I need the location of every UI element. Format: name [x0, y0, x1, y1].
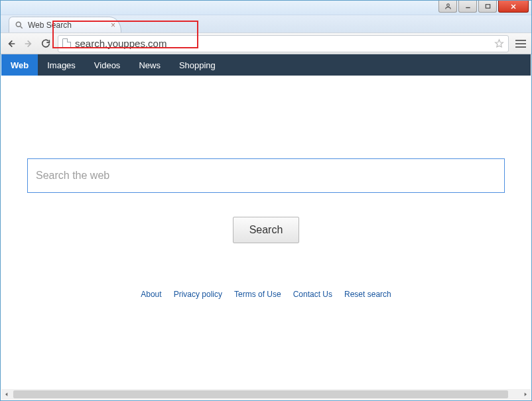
svg-point-0 [446, 4, 449, 7]
page-nav-item-news[interactable]: News [129, 54, 170, 76]
window-user-button[interactable] [438, 1, 457, 13]
star-icon [494, 38, 504, 48]
svg-rect-2 [486, 5, 490, 9]
page-nav-item-web[interactable]: Web [1, 54, 38, 76]
search-button[interactable]: Search [233, 217, 300, 243]
footer-link-terms-of-use[interactable]: Terms of Use [234, 290, 281, 299]
browser-toolbar: search.youppes.com [1, 32, 531, 54]
page-nav-item-shopping[interactable]: Shopping [170, 54, 225, 76]
chevron-right-icon [523, 392, 528, 397]
arrow-left-icon [6, 38, 17, 50]
footer-link-privacy-policy[interactable]: Privacy policy [174, 290, 222, 299]
tab-close-button[interactable]: × [111, 21, 115, 30]
close-icon [509, 3, 517, 11]
page-viewport: WebImagesVideosNewsShopping Search About… [1, 54, 531, 389]
scrollbar-thumb[interactable] [13, 390, 508, 398]
address-bar[interactable]: search.youppes.com [58, 35, 509, 52]
window-minimize-button[interactable] [458, 1, 477, 13]
hamburger-icon [515, 40, 526, 41]
footer-link-contact-us[interactable]: Contact Us [293, 290, 332, 299]
page-icon [62, 38, 71, 48]
window-titlebar [1, 1, 531, 15]
back-button[interactable] [6, 38, 17, 49]
chevron-left-icon [4, 392, 9, 397]
maximize-icon [484, 3, 492, 10]
user-icon [444, 3, 452, 10]
address-bar-url: search.youppes.com [75, 38, 490, 49]
arrow-right-icon [23, 38, 34, 50]
browser-menu-button[interactable] [515, 40, 526, 48]
page-nav-item-videos[interactable]: Videos [85, 54, 130, 76]
scroll-left-button[interactable] [1, 389, 12, 400]
browser-tab[interactable]: Web Search × [9, 17, 121, 32]
browser-tabstrip: Web Search × [1, 15, 531, 32]
magnifier-icon [15, 21, 24, 30]
footer-links: AboutPrivacy policyTerms of UseContact U… [7, 290, 525, 299]
svg-point-3 [16, 22, 21, 27]
footer-link-about[interactable]: About [141, 290, 161, 299]
minimize-icon [464, 3, 472, 10]
search-input[interactable] [27, 158, 505, 193]
page-nav: WebImagesVideosNewsShopping [1, 54, 531, 76]
browser-tab-title: Web Search [28, 21, 107, 30]
svg-rect-1 [466, 7, 470, 8]
bookmark-button[interactable] [494, 38, 504, 48]
forward-button[interactable] [23, 38, 34, 49]
reload-button[interactable] [40, 38, 51, 49]
horizontal-scrollbar[interactable] [1, 389, 531, 400]
scroll-right-button[interactable] [520, 389, 531, 400]
window-maximize-button[interactable] [478, 1, 497, 13]
page-nav-item-images[interactable]: Images [38, 54, 85, 76]
window-close-button[interactable] [498, 1, 529, 13]
scrollbar-track[interactable] [12, 389, 520, 400]
footer-link-reset-search[interactable]: Reset search [344, 290, 391, 299]
reload-icon [40, 38, 51, 49]
